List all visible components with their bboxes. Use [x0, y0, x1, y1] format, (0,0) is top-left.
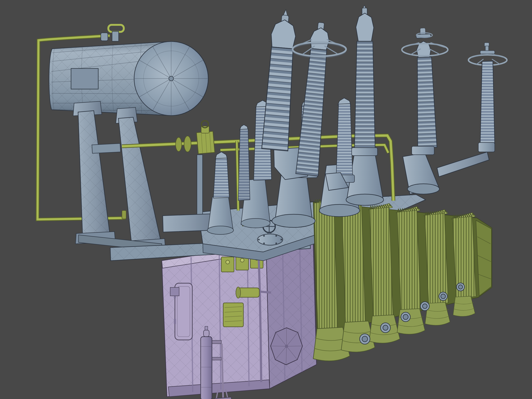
cylinder-bracket-bottom: [211, 357, 221, 360]
b4-nub: [420, 28, 425, 35]
control-box-1[interactable]: [221, 257, 234, 272]
top-fitting-cap: [101, 33, 108, 41]
cylinder-cap: [203, 330, 209, 337]
turret-6-base: [407, 184, 439, 194]
turret-2-base: [241, 218, 270, 228]
radiator-bank-2[interactable]: [342, 204, 365, 324]
end-cap-hub: [169, 76, 173, 81]
turret-1-base: [272, 214, 315, 227]
turret-5-base: [346, 194, 384, 205]
b5-column[interactable]: [480, 61, 495, 144]
pipe-flange: [122, 210, 126, 219]
cooling-fan[interactable]: [271, 328, 303, 365]
bushing-s2-shade: [238, 129, 250, 200]
radiator-bank-5[interactable]: [425, 213, 448, 305]
cylinder-body[interactable]: [201, 337, 212, 399]
b3-column[interactable]: [355, 41, 375, 149]
control-box-2-dial: [240, 258, 244, 262]
fan-hub: [285, 345, 288, 348]
b3-dome: [356, 13, 374, 41]
conservator-hatch: [71, 69, 98, 89]
main-tank[interactable]: [162, 235, 317, 399]
valve-post: [197, 155, 203, 215]
turret-3-base: [207, 226, 234, 234]
radiator-bank-3[interactable]: [369, 207, 393, 317]
tank-valve[interactable]: [238, 288, 259, 297]
b4-flange: [412, 146, 434, 155]
viewport-3d[interactable]: Wireframe-shaded 3D model of a high-volt…: [0, 0, 532, 399]
tank-plaque: [170, 287, 179, 296]
b5-tee: [480, 51, 495, 54]
radiator-bank-1[interactable]: [314, 201, 338, 330]
drive-cabinet[interactable]: [223, 303, 243, 327]
tank-valve-flange: [236, 287, 241, 298]
top-valve-stem: [112, 32, 119, 41]
bushing-s5[interactable]: [336, 104, 353, 177]
control-box-1-dial: [226, 260, 229, 264]
cylinder-bracket-top: [211, 340, 221, 344]
valve-flange-1: [176, 137, 182, 152]
bushing-s1[interactable]: [213, 158, 229, 198]
support-beam: [163, 214, 213, 232]
b5-base: [478, 143, 495, 152]
manhole-flange: [257, 234, 283, 245]
turret-4-base: [319, 204, 360, 217]
radiator-bank-4[interactable]: [397, 210, 421, 311]
render-canvas[interactable]: [0, 0, 532, 399]
tank-side-wire: [266, 235, 317, 389]
cross-beam: [92, 144, 120, 153]
b3-flange: [352, 148, 378, 156]
door-hinge-bottom: [174, 319, 176, 324]
valve-flange-2: [184, 136, 191, 152]
